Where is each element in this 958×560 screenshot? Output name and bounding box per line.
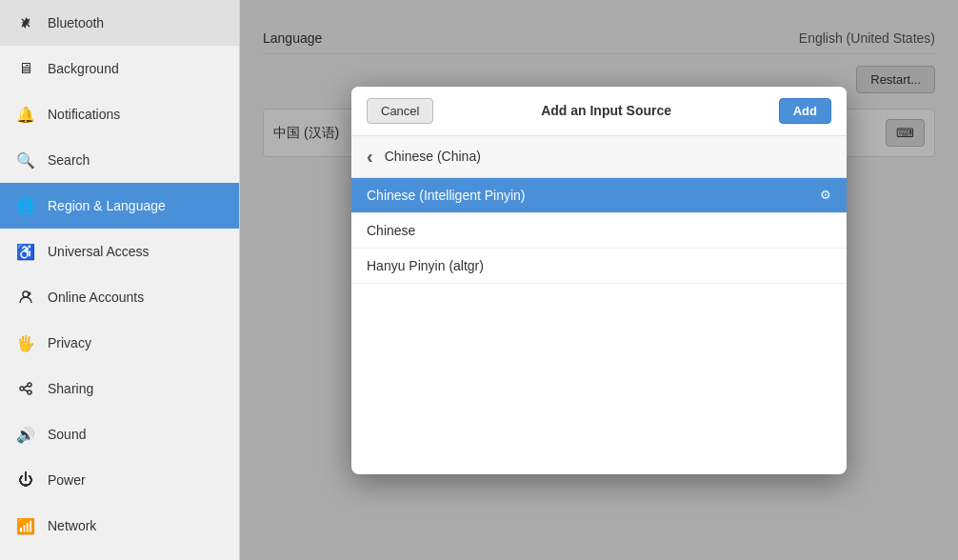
sidebar-item-power[interactable]: ⏻ Power bbox=[0, 457, 239, 503]
list-item-label: Chinese bbox=[367, 223, 415, 238]
sidebar-item-privacy[interactable]: 🖐 Privacy bbox=[0, 320, 239, 366]
sidebar-item-universal-access[interactable]: ♿ Universal Access bbox=[0, 229, 239, 274]
sidebar-item-notifications[interactable]: 🔔 Notifications bbox=[0, 91, 239, 137]
svg-point-1 bbox=[23, 291, 29, 297]
universal-access-icon: ♿ bbox=[15, 241, 36, 262]
sidebar-item-label-privacy: Privacy bbox=[48, 335, 91, 350]
gear-icon: ⚙ bbox=[820, 188, 831, 202]
sidebar-item-label-sound: Sound bbox=[48, 427, 86, 442]
network-icon: 📶 bbox=[15, 515, 36, 536]
sidebar-item-network[interactable]: 📶 Network bbox=[0, 503, 239, 549]
input-source-list: Chinese (Intelligent Pinyin) ⚙ Chinese H… bbox=[351, 178, 847, 474]
bluetooth-icon: ✦ bbox=[15, 12, 36, 33]
sidebar-item-sound[interactable]: 🔊 Sound bbox=[0, 411, 239, 457]
online-accounts-icon bbox=[15, 287, 36, 308]
dialog-subheader: ‹ Chinese (China) bbox=[351, 136, 847, 178]
sidebar: ✦ Bluetooth 🖥 Background 🔔 Notifications… bbox=[0, 0, 240, 560]
sidebar-item-search[interactable]: 🔍 Search bbox=[0, 137, 239, 183]
empty-space bbox=[351, 284, 847, 474]
sidebar-item-sharing[interactable]: Sharing bbox=[0, 366, 239, 411]
sidebar-item-online-accounts[interactable]: Online Accounts bbox=[0, 274, 239, 320]
privacy-icon: 🖐 bbox=[15, 332, 36, 353]
sidebar-item-label-notifications: Notifications bbox=[48, 107, 120, 122]
list-item-chinese[interactable]: Chinese bbox=[351, 213, 847, 249]
svg-line-6 bbox=[24, 386, 28, 388]
add-input-source-dialog: Cancel Add an Input Source Add ‹ Chinese… bbox=[351, 87, 847, 474]
svg-point-5 bbox=[28, 390, 31, 394]
add-button[interactable]: Add bbox=[779, 98, 831, 124]
dialog-title: Add an Input Source bbox=[433, 103, 778, 118]
svg-point-3 bbox=[28, 383, 31, 387]
sound-icon: 🔊 bbox=[15, 424, 36, 445]
sidebar-item-label-network: Network bbox=[48, 518, 96, 533]
sidebar-item-label-region-language: Region & Language bbox=[48, 198, 166, 213]
sidebar-item-label-bluetooth: Bluetooth bbox=[48, 15, 104, 30]
background-icon: 🖥 bbox=[15, 58, 36, 79]
back-arrow-icon[interactable]: ‹ bbox=[367, 146, 373, 168]
list-item-label: Hanyu Pinyin (altgr) bbox=[367, 258, 484, 273]
sidebar-item-region-language[interactable]: 🌐 Region & Language bbox=[0, 183, 239, 229]
svg-text:✦: ✦ bbox=[20, 15, 31, 30]
sidebar-item-background[interactable]: 🖥 Background bbox=[0, 46, 239, 91]
list-item-label: Chinese (Intelligent Pinyin) bbox=[367, 188, 526, 203]
sharing-icon bbox=[15, 378, 36, 399]
notifications-icon: 🔔 bbox=[15, 104, 36, 125]
list-item-hanyu-pinyin[interactable]: Hanyu Pinyin (altgr) bbox=[351, 249, 847, 284]
sidebar-item-label-online-accounts: Online Accounts bbox=[48, 290, 144, 305]
region-language-icon: 🌐 bbox=[15, 195, 36, 216]
svg-point-4 bbox=[20, 387, 24, 390]
search-icon: 🔍 bbox=[15, 150, 36, 170]
list-item-chinese-intelligent-pinyin[interactable]: Chinese (Intelligent Pinyin) ⚙ bbox=[351, 178, 847, 213]
dialog-overlay: Cancel Add an Input Source Add ‹ Chinese… bbox=[240, 0, 958, 560]
main-content: Language English (United States) Restart… bbox=[240, 0, 958, 560]
sidebar-item-label-search: Search bbox=[48, 152, 90, 168]
sidebar-item-label-background: Background bbox=[48, 61, 119, 76]
sidebar-item-label-universal-access: Universal Access bbox=[48, 244, 150, 259]
sidebar-item-label-sharing: Sharing bbox=[48, 381, 93, 396]
sidebar-item-bluetooth[interactable]: ✦ Bluetooth bbox=[0, 0, 239, 46]
sidebar-item-label-power: Power bbox=[48, 472, 86, 488]
dialog-header: Cancel Add an Input Source Add bbox=[351, 87, 847, 136]
power-icon: ⏻ bbox=[15, 470, 36, 490]
svg-line-7 bbox=[24, 390, 28, 391]
cancel-button[interactable]: Cancel bbox=[367, 98, 433, 124]
subheader-title: Chinese (China) bbox=[385, 149, 481, 164]
